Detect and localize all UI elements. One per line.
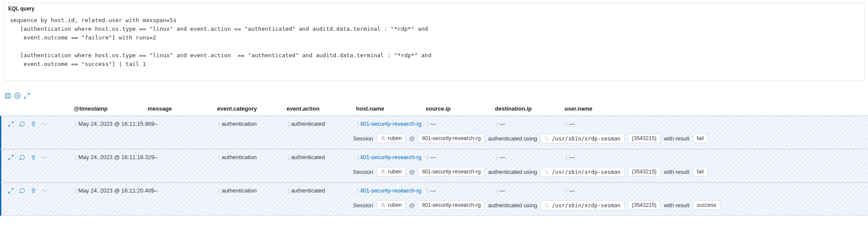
session-user-badge[interactable]: ruben — [376, 134, 406, 143]
user-icon — [380, 136, 386, 141]
fullscreen-icon[interactable] — [23, 92, 30, 99]
cell-event-category: |authentication — [214, 183, 284, 196]
svg-point-8 — [43, 124, 43, 124]
row-actions — [1, 150, 71, 163]
cell-destination-ip: |— — [492, 116, 561, 129]
session-result-badge[interactable]: fail — [693, 167, 708, 176]
more-icon[interactable] — [41, 154, 48, 161]
svg-point-22 — [43, 190, 43, 191]
svg-point-17 — [46, 157, 46, 157]
expand-icon[interactable] — [7, 154, 14, 161]
svg-point-23 — [44, 190, 45, 191]
session-result-badge[interactable]: success — [693, 200, 720, 210]
cell-source-ip: |— — [422, 183, 492, 196]
terminal-icon — [545, 169, 550, 174]
svg-point-16 — [44, 157, 45, 157]
cell-user-name: |— — [561, 150, 631, 162]
pin-icon[interactable] — [30, 187, 37, 194]
cell-event-action: |authenticated — [284, 150, 353, 162]
columns-icon[interactable] — [4, 92, 11, 99]
cell-host-name: |li01-security-research-rg — [353, 150, 422, 162]
session-with-result: with result — [664, 169, 690, 175]
svg-line-6 — [11, 122, 13, 124]
more-icon[interactable] — [41, 187, 48, 194]
at-symbol: @ — [409, 202, 415, 209]
session-process-badge[interactable]: /usr/sbin/xrdp-sesman — [541, 134, 624, 144]
svg-point-24 — [46, 190, 46, 191]
table-row: |May 24, 2023 @ 16:11:18.329 |— |authent… — [0, 149, 868, 183]
svg-point-15 — [43, 157, 43, 157]
cell-message: |— — [145, 116, 214, 129]
cell-destination-ip: |— — [492, 183, 561, 196]
session-label: Session — [353, 169, 373, 175]
session-row: Session ruben @ li01-security-research-r… — [349, 196, 868, 211]
col-source-ip[interactable]: source.ip — [421, 102, 491, 115]
session-process-badge[interactable]: /usr/sbin/xrdp-sesman — [541, 200, 624, 210]
session-with-result: with result — [664, 135, 690, 142]
svg-line-20 — [11, 189, 13, 190]
svg-line-13 — [11, 155, 13, 157]
table-row: |May 24, 2023 @ 16:11:15.969 |— |authent… — [0, 116, 868, 149]
expand-icon[interactable] — [7, 121, 14, 127]
session-result-badge[interactable]: fail — [693, 134, 708, 143]
session-auth-text: authenticated using — [488, 169, 537, 175]
session-auth-text: authenticated using — [488, 135, 537, 142]
col-host-name[interactable]: host.name — [352, 102, 421, 115]
session-process-badge[interactable]: /usr/sbin/xrdp-sesman — [541, 167, 624, 177]
cell-timestamp: |May 24, 2023 @ 16:11:20.405 — [71, 183, 145, 196]
svg-line-5 — [24, 96, 26, 98]
session-row: Session ruben @ li01-security-research-r… — [349, 163, 868, 178]
pin-icon[interactable] — [30, 154, 37, 161]
note-icon[interactable] — [19, 187, 26, 194]
eql-query-card: EQL query sequence by host.id, related.u… — [3, 3, 865, 81]
eql-query-label: EQL query — [4, 3, 864, 13]
session-label: Session — [353, 202, 373, 209]
col-destination-ip[interactable]: destination.ip — [491, 102, 560, 115]
session-host-badge[interactable]: li01-security-research-rg — [418, 200, 485, 210]
col-user-name[interactable]: user.name — [560, 102, 630, 115]
terminal-icon — [545, 136, 550, 141]
svg-line-4 — [27, 93, 30, 95]
eql-query-body[interactable]: sequence by host.id, related.user with m… — [4, 13, 864, 81]
note-icon[interactable] — [19, 154, 26, 161]
svg-line-14 — [9, 158, 10, 160]
session-pid-badge[interactable]: (3543215) — [628, 200, 660, 210]
terminal-icon — [545, 202, 550, 208]
col-event-action[interactable]: event.action — [282, 102, 352, 115]
note-icon[interactable] — [19, 121, 26, 127]
cell-source-ip: |— — [422, 150, 492, 162]
col-event-category[interactable]: event.category — [213, 102, 282, 115]
svg-point-10 — [46, 124, 46, 124]
cell-user-name: |— — [561, 116, 631, 129]
col-message[interactable]: message — [143, 102, 213, 115]
expand-icon[interactable] — [7, 187, 14, 194]
table-toolbar — [0, 90, 868, 102]
table-header-row: @timestamp message event.category event.… — [0, 102, 868, 116]
svg-point-11 — [382, 137, 384, 138]
cell-host-name: |li01-security-research-rg — [353, 116, 422, 129]
user-icon — [380, 202, 386, 208]
svg-point-18 — [382, 170, 384, 172]
svg-line-7 — [9, 124, 10, 126]
cell-source-ip: |— — [422, 116, 492, 129]
session-user-badge[interactable]: ruben — [376, 200, 406, 210]
gear-icon[interactable] — [14, 92, 21, 99]
session-host-badge[interactable]: li01-security-research-rg — [418, 167, 485, 176]
svg-rect-0 — [5, 94, 10, 98]
svg-point-3 — [17, 95, 18, 97]
session-host-badge[interactable]: li01-security-research-rg — [418, 134, 485, 143]
more-icon[interactable] — [41, 121, 48, 127]
cell-message: |— — [145, 150, 214, 162]
svg-point-25 — [382, 203, 384, 205]
session-pid-badge[interactable]: (3543215) — [628, 167, 660, 176]
cell-event-category: |authentication — [214, 116, 284, 129]
col-timestamp[interactable]: @timestamp — [69, 102, 143, 115]
svg-line-21 — [9, 191, 10, 193]
session-pid-badge[interactable]: (3543215) — [628, 134, 660, 143]
session-auth-text: authenticated using — [488, 202, 537, 209]
session-label: Session — [353, 135, 373, 142]
session-user-badge[interactable]: ruben — [376, 167, 406, 176]
cell-event-action: |authenticated — [284, 183, 353, 196]
pin-icon[interactable] — [30, 121, 37, 127]
cell-timestamp: |May 24, 2023 @ 16:11:18.329 — [71, 150, 145, 162]
